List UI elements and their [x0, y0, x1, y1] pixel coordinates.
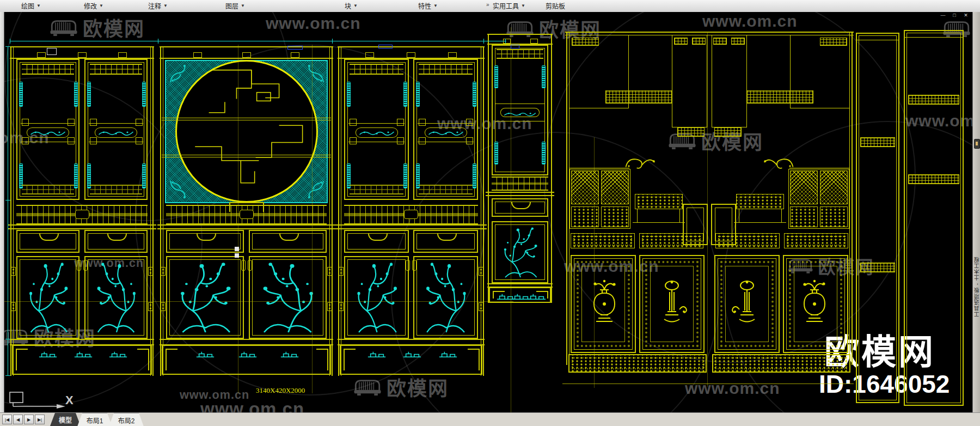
dimension-tick [158, 39, 158, 44]
apron-hook [316, 349, 328, 370]
construction-line [511, 27, 511, 412]
mini-ornament [366, 350, 387, 358]
upper-door-panel [84, 59, 148, 200]
close-button[interactable]: ✕ [963, 13, 969, 18]
carved-door [413, 256, 478, 339]
linework [638, 197, 680, 206]
cornice-line [565, 32, 709, 35]
side-frame [338, 46, 341, 376]
shelf-rail [162, 155, 331, 157]
layout-nav-button-4[interactable]: ▶| [35, 415, 45, 424]
linework [348, 123, 405, 124]
hinge [339, 267, 344, 276]
apron [340, 345, 482, 375]
sofa-icon [353, 378, 382, 396]
ornate-door [571, 255, 636, 353]
ribbon-item-7[interactable]: 实用工具▼ [488, 0, 530, 11]
carved-rail [639, 233, 703, 248]
minimize-button[interactable]: — [940, 13, 946, 18]
lock-plate [83, 260, 88, 271]
lattice-door [790, 171, 818, 204]
linework [418, 123, 474, 124]
joint-square [90, 119, 97, 126]
lattice-valance [677, 127, 705, 137]
drawer [344, 230, 409, 253]
floral-ornament [92, 261, 141, 334]
oval-cartouche [27, 127, 69, 138]
lattice-door [571, 171, 599, 204]
stile-carving [416, 82, 420, 107]
fret-bracket [713, 38, 727, 45]
ribbon-item-4[interactable]: 图层▼ [221, 0, 249, 11]
linework [497, 49, 543, 59]
fret-panel [601, 206, 629, 227]
tool-palette-bar[interactable]: 工具选项板 - 土木工程 [972, 12, 980, 412]
ucs-x-axis-label: X [65, 393, 74, 407]
hinge [11, 267, 16, 276]
hinge [11, 302, 16, 311]
bench-leg [679, 209, 680, 222]
scrl-ornament [761, 153, 796, 170]
mini-ornament [108, 350, 128, 358]
door-fret-band [90, 64, 142, 75]
dimension-tick [5, 46, 10, 47]
floral-ornament [256, 261, 320, 334]
dimension-tick [5, 375, 10, 376]
tab-布局1[interactable]: 布局1 [77, 413, 112, 426]
window-controls: — □ ✕ [940, 13, 969, 18]
drawer [166, 230, 244, 253]
hinge [161, 267, 166, 276]
drawing-canvas[interactable]: — □ ✕ 欧模网 ID:1646052 3140X420X2000 X 欧模网… [4, 12, 972, 412]
tab-布局2[interactable]: 布局2 [109, 413, 144, 426]
linework [495, 121, 544, 121]
lattice-door [820, 171, 848, 204]
cornice-line [905, 31, 963, 38]
left-dock-strip [0, 12, 4, 412]
apron-hook [344, 349, 356, 370]
dimension-tick [505, 39, 506, 44]
ribbon-item-2[interactable]: 修改▼ [79, 0, 108, 11]
oval-cartouche [95, 127, 137, 138]
ribbon-item-1[interactable]: 绘图▼ [17, 0, 45, 11]
stile-carving [19, 82, 23, 107]
side-frame [160, 46, 163, 376]
compartment-line [712, 35, 712, 127]
shelf-rail [162, 118, 331, 120]
tab-模型[interactable]: 模型 [50, 413, 81, 426]
layout-nav-button-2[interactable]: ◀ [13, 415, 23, 424]
stile-carving [542, 142, 546, 165]
ribbon-item-6[interactable]: 特性▼ [414, 0, 442, 11]
chevron-down-icon: ▼ [433, 3, 438, 8]
oval-cartouche [425, 127, 467, 138]
stile-carving [347, 82, 351, 107]
bench-leg [781, 209, 782, 222]
frieze-flower [240, 210, 254, 219]
linework [739, 197, 781, 206]
side-frame [849, 32, 853, 365]
blue-mark [287, 46, 303, 50]
ribbon-item-8[interactable]: 剪贴板 [541, 0, 569, 11]
stile-carving [142, 82, 146, 107]
watermark-logo: 欧模网 [49, 13, 145, 41]
apron [162, 345, 331, 375]
bench-leg [739, 209, 739, 222]
stile-carving [494, 65, 498, 88]
restore-button[interactable]: □ [951, 13, 958, 18]
apron [568, 354, 707, 373]
ribbon-item-5[interactable]: 块▼ [340, 0, 362, 11]
layout-nav-button-3[interactable]: ▶ [24, 415, 34, 424]
ribbon-item-3[interactable]: 注释▼ [144, 0, 172, 11]
cornice-tab [242, 52, 251, 58]
ribbon-overflow-icon[interactable]: » [486, 2, 489, 8]
apron-hook [16, 349, 28, 370]
carved-door [166, 256, 244, 339]
chevron-down-icon: ▼ [36, 3, 41, 8]
layout-nav-button-1[interactable]: |◀ [2, 415, 12, 424]
stile-carving [74, 82, 78, 107]
cart-ornament [503, 109, 537, 115]
scrl-ornament [623, 153, 658, 170]
lattice-door [601, 171, 629, 204]
shelf-line [789, 168, 849, 168]
construction-line [312, 45, 313, 393]
base-rail [160, 339, 333, 345]
